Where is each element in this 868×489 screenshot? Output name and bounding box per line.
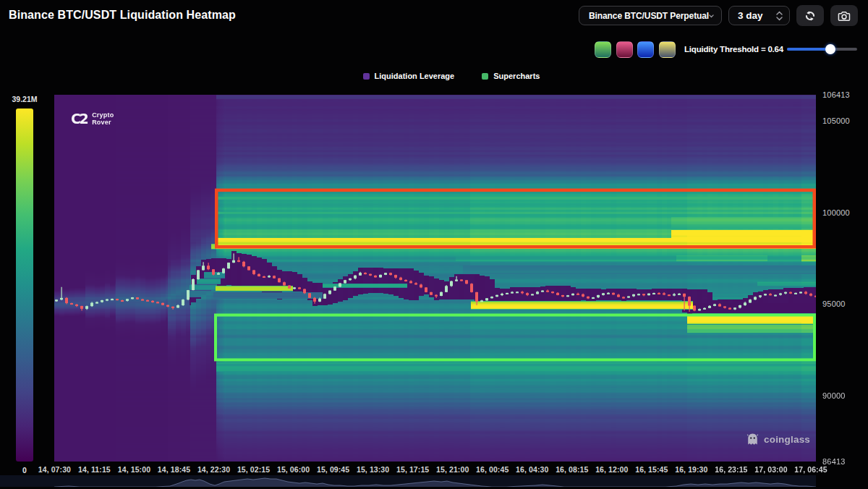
legend-item-1[interactable]: Supercharts (482, 72, 540, 80)
legend-label: Liquidation Leverage (375, 72, 455, 80)
time-tick-label: 14, 22:30 (197, 465, 230, 474)
legend-swatch-icon (363, 73, 370, 80)
price-tick-label: 95000 (822, 299, 846, 308)
time-tick-label: 16, 00:45 (476, 465, 509, 474)
legend-swatch-icon (482, 73, 488, 80)
time-tick-label: 15, 02:15 (237, 465, 270, 474)
chart-legend: Liquidation LeverageSupercharts (17, 72, 868, 80)
symbol-select[interactable]: Binance BTC/USDT Perpetual (579, 6, 722, 25)
time-tick-label: 14, 15:00 (118, 465, 150, 474)
time-tick-label: 14, 07:30 (38, 465, 71, 474)
time-tick-label: 16, 19:30 (675, 465, 707, 474)
time-tick-label: 14, 18:45 (158, 465, 190, 474)
range-select[interactable]: 3 day (728, 6, 790, 25)
threshold-label: Liquidity Threshold = 0.64 (684, 45, 783, 54)
time-tick-label: 16, 15:45 (635, 465, 668, 474)
heatmap-plot-area[interactable] (54, 95, 816, 462)
navigator-strip[interactable] (0, 475, 816, 487)
coinglass-watermark: coinglass (746, 433, 810, 446)
spinner-arrows-icon (776, 11, 783, 21)
legend-item-0[interactable]: Liquidation Leverage (363, 72, 455, 80)
chevron-down-icon (709, 14, 714, 18)
time-tick-label: 14, 11:15 (78, 465, 111, 474)
time-tick-label: 15, 21:00 (436, 465, 469, 474)
time-tick-label: 15, 17:15 (396, 465, 429, 474)
coinglass-ghost-icon (746, 433, 760, 446)
price-tick-label: 105000 (822, 116, 850, 125)
price-tick-label: 106413 (822, 90, 850, 99)
threshold-slider-fill (787, 48, 830, 51)
time-tick-label: 16, 23:15 (715, 465, 747, 474)
time-tick-label: 16, 12:00 (595, 465, 628, 474)
threshold-slider-knob[interactable] (825, 44, 835, 54)
price-tick-label: 100000 (822, 208, 850, 217)
crypto-rover-logo-line1: Crypto (92, 111, 114, 119)
crypto-rover-logo-text: Crypto Rover (92, 111, 114, 126)
refresh-button[interactable] (796, 5, 824, 26)
liquidation-heatmap-app: Binance BTC/USDT Liquidation Heatmap Bin… (0, 0, 868, 489)
colorbar (16, 109, 33, 462)
crypto-rover-monogram-icon: C2 (71, 111, 87, 127)
page-title: Binance BTC/USDT Liquidation Heatmap (9, 9, 236, 22)
navigator-canvas (0, 475, 816, 487)
camera-button[interactable] (830, 5, 858, 26)
range-select-value: 3 day (738, 10, 763, 21)
time-tick-label: 15, 06:00 (277, 465, 310, 474)
colorbar-max-label: 39.21M (7, 95, 42, 103)
time-tick-label: 16, 08:15 (556, 465, 588, 474)
colorbar-min-label: 0 (7, 466, 42, 475)
time-tick-label: 15, 09:45 (317, 465, 349, 474)
palette-swatch-magma[interactable] (616, 41, 633, 58)
liquidation-heatmap-canvas (54, 95, 816, 462)
palette-swatch-cividis[interactable] (659, 41, 676, 58)
time-tick-label: 17, 03:00 (754, 465, 787, 474)
symbol-select-value: Binance BTC/USDT Perpetual (589, 11, 709, 21)
palette-swatch-blue[interactable] (637, 41, 654, 58)
time-tick-label: 16, 04:30 (516, 465, 548, 474)
camera-icon (838, 10, 851, 22)
refresh-icon (804, 9, 817, 22)
crypto-rover-logo-line2: Rover (92, 119, 111, 126)
time-tick-label: 17, 06:45 (794, 465, 827, 474)
price-tick-label: 90000 (822, 391, 846, 400)
threshold-slider[interactable] (787, 48, 857, 51)
palette-swatch-green[interactable] (595, 41, 611, 58)
crypto-rover-logo: C2 Crypto Rover (71, 111, 114, 127)
coinglass-watermark-text: coinglass (764, 434, 810, 445)
time-tick-label: 15, 13:30 (357, 465, 389, 474)
legend-label: Supercharts (493, 72, 540, 80)
